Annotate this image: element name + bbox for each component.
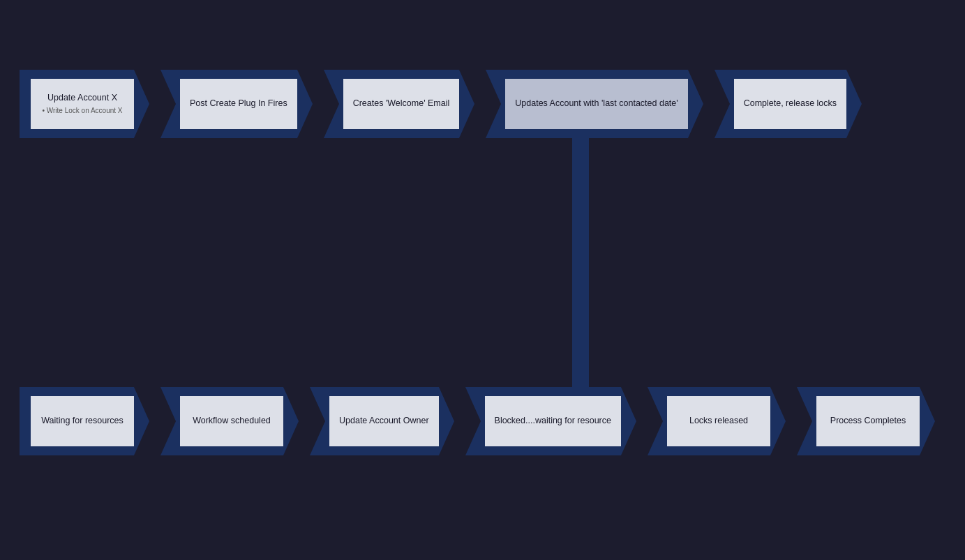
step-unit-t3: Creates 'Welcome' Email <box>324 70 460 138</box>
step-unit-b5: Locks released <box>648 387 770 455</box>
arrow-body <box>572 136 589 394</box>
step-label-b3: Update Account Owner <box>339 415 429 427</box>
nav-wrap-t5: Complete, release locks <box>715 70 846 138</box>
step-unit-b1: Waiting for resources <box>20 387 134 455</box>
nav-body-t2: Post Create Plug In Fires <box>160 70 297 138</box>
step-box-t5: Complete, release locks <box>734 79 846 129</box>
nav-body-b6: Process Completes <box>797 387 920 455</box>
step-label-b5: Locks released <box>689 415 748 427</box>
step-box-b6: Process Completes <box>816 396 920 446</box>
step-label-t2: Post Create Plug In Fires <box>190 98 287 110</box>
step-unit-b2: Workflow scheduled <box>160 387 283 455</box>
step-label-t4: Updates Account with 'last contacted dat… <box>515 98 678 110</box>
step-label-b4: Blocked....waiting for resource <box>495 415 611 427</box>
nav-wrap-b6: Process Completes <box>797 387 920 455</box>
nav-body-b1: Waiting for resources <box>20 387 134 455</box>
nav-wrap-b4: Blocked....waiting for resource <box>465 387 621 455</box>
step-label-b2: Workflow scheduled <box>193 415 271 427</box>
step-box-t3: Creates 'Welcome' Email <box>343 79 460 129</box>
nav-body-b2: Workflow scheduled <box>160 387 283 455</box>
nav-body-t5: Complete, release locks <box>715 70 846 138</box>
step-unit-b6: Process Completes <box>797 387 920 455</box>
nav-wrap-t4: Updates Account with 'last contacted dat… <box>486 70 687 138</box>
step-unit-t5: Complete, release locks <box>715 70 846 138</box>
step-box-b2: Workflow scheduled <box>180 396 283 446</box>
step-box-b3: Update Account Owner <box>329 396 439 446</box>
nav-body-t1: Update Account X• Write Lock on Account … <box>20 70 134 138</box>
step-box-t4: Updates Account with 'last contacted dat… <box>505 79 687 129</box>
nav-body-b5: Locks released <box>648 387 770 455</box>
vertical-arrow <box>572 136 589 394</box>
step-unit-b3: Update Account Owner <box>310 387 439 455</box>
step-box-t2: Post Create Plug In Fires <box>180 79 297 129</box>
nav-wrap-b3: Update Account Owner <box>310 387 439 455</box>
nav-body-b3: Update Account Owner <box>310 387 439 455</box>
nav-wrap-t2: Post Create Plug In Fires <box>160 70 297 138</box>
step-label-t3: Creates 'Welcome' Email <box>353 98 450 110</box>
nav-wrap-b1: Waiting for resources <box>20 387 134 455</box>
step-box-b5: Locks released <box>667 396 770 446</box>
top-flow-row: Update Account X• Write Lock on Account … <box>20 70 846 138</box>
step-box-t1: Update Account X• Write Lock on Account … <box>31 79 134 129</box>
step-box-b1: Waiting for resources <box>31 396 134 446</box>
nav-wrap-t1: Update Account X• Write Lock on Account … <box>20 70 134 138</box>
step-label-b1: Waiting for resources <box>41 415 124 427</box>
bottom-flow-row: Waiting for resourcesWorkflow scheduledU… <box>20 387 920 455</box>
nav-body-t3: Creates 'Welcome' Email <box>324 70 460 138</box>
nav-body-b4: Blocked....waiting for resource <box>465 387 621 455</box>
nav-body-t4: Updates Account with 'last contacted dat… <box>486 70 687 138</box>
step-unit-t1: Update Account X• Write Lock on Account … <box>20 70 134 138</box>
nav-wrap-b2: Workflow scheduled <box>160 387 283 455</box>
step-unit-t4: Updates Account with 'last contacted dat… <box>486 70 687 138</box>
step-label-t1: Update Account X <box>47 92 117 105</box>
step-sub-t1: • Write Lock on Account X <box>42 106 122 116</box>
step-unit-b4: Blocked....waiting for resource <box>465 387 621 455</box>
page: Update Account X• Write Lock on Account … <box>0 0 965 560</box>
step-unit-t2: Post Create Plug In Fires <box>160 70 297 138</box>
step-box-b4: Blocked....waiting for resource <box>485 396 621 446</box>
step-label-t5: Complete, release locks <box>744 98 837 110</box>
step-label-b6: Process Completes <box>830 415 906 427</box>
nav-wrap-t3: Creates 'Welcome' Email <box>324 70 460 138</box>
nav-wrap-b5: Locks released <box>648 387 770 455</box>
